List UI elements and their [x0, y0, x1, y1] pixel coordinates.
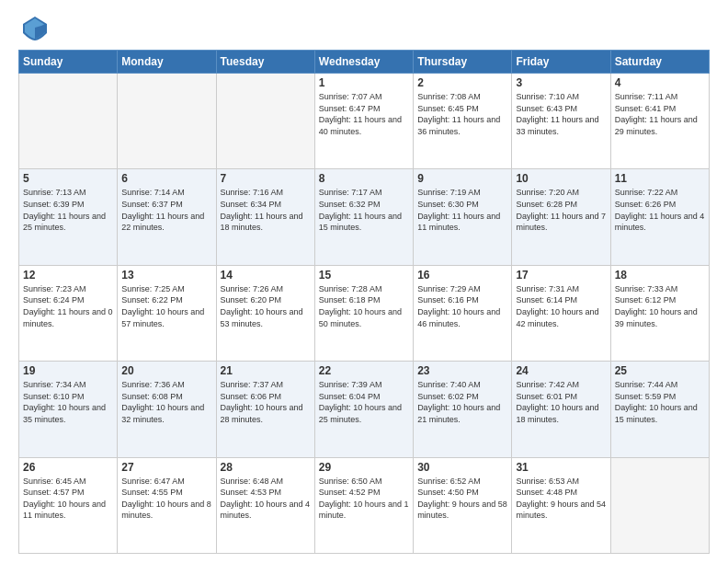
day-info: Sunrise: 7:39 AM Sunset: 6:04 PM Dayligh…	[319, 379, 409, 425]
day-number: 24	[516, 364, 606, 377]
day-number: 3	[516, 76, 606, 89]
week-row-2: 5Sunrise: 7:13 AM Sunset: 6:39 PM Daylig…	[19, 169, 710, 265]
day-info: Sunrise: 7:34 AM Sunset: 6:10 PM Dayligh…	[23, 379, 113, 425]
day-info: Sunrise: 6:53 AM Sunset: 4:48 PM Dayligh…	[516, 476, 606, 522]
header	[18, 15, 710, 42]
day-cell: 9Sunrise: 7:19 AM Sunset: 6:30 PM Daylig…	[414, 169, 512, 265]
day-number: 5	[23, 172, 113, 185]
weekday-header-row: SundayMondayTuesdayWednesdayThursdayFrid…	[19, 51, 710, 74]
day-info: Sunrise: 7:33 AM Sunset: 6:12 PM Dayligh…	[615, 283, 705, 329]
day-cell: 27Sunrise: 6:47 AM Sunset: 4:55 PM Dayli…	[118, 457, 216, 553]
day-number: 23	[417, 364, 507, 377]
day-cell: 1Sunrise: 7:07 AM Sunset: 6:47 PM Daylig…	[314, 74, 413, 169]
week-row-5: 26Sunrise: 6:45 AM Sunset: 4:57 PM Dayli…	[19, 457, 710, 553]
day-info: Sunrise: 7:08 AM Sunset: 6:45 PM Dayligh…	[417, 91, 507, 137]
page: SundayMondayTuesdayWednesdayThursdayFrid…	[0, 0, 728, 563]
day-info: Sunrise: 6:47 AM Sunset: 4:55 PM Dayligh…	[121, 476, 211, 522]
day-number: 19	[23, 364, 113, 377]
day-info: Sunrise: 7:42 AM Sunset: 6:01 PM Dayligh…	[516, 379, 606, 425]
day-number: 17	[516, 269, 606, 282]
day-number: 21	[221, 364, 311, 377]
day-cell: 8Sunrise: 7:17 AM Sunset: 6:32 PM Daylig…	[314, 169, 413, 265]
day-cell: 12Sunrise: 7:23 AM Sunset: 6:24 PM Dayli…	[19, 265, 118, 361]
day-info: Sunrise: 7:22 AM Sunset: 6:26 PM Dayligh…	[615, 187, 705, 233]
day-cell: 3Sunrise: 7:10 AM Sunset: 6:43 PM Daylig…	[512, 74, 610, 169]
calendar-table: SundayMondayTuesdayWednesdayThursdayFrid…	[18, 50, 710, 554]
day-cell: 14Sunrise: 7:26 AM Sunset: 6:20 PM Dayli…	[216, 265, 314, 361]
day-info: Sunrise: 7:23 AM Sunset: 6:24 PM Dayligh…	[23, 283, 113, 329]
day-info: Sunrise: 7:31 AM Sunset: 6:14 PM Dayligh…	[516, 283, 606, 329]
day-number: 11	[615, 172, 705, 185]
day-info: Sunrise: 7:40 AM Sunset: 6:02 PM Dayligh…	[417, 379, 507, 425]
day-info: Sunrise: 7:44 AM Sunset: 5:59 PM Dayligh…	[615, 379, 705, 425]
day-cell: 26Sunrise: 6:45 AM Sunset: 4:57 PM Dayli…	[19, 457, 118, 553]
day-info: Sunrise: 6:50 AM Sunset: 4:52 PM Dayligh…	[319, 476, 409, 522]
day-cell: 6Sunrise: 7:14 AM Sunset: 6:37 PM Daylig…	[118, 169, 216, 265]
logo-icon	[21, 15, 49, 42]
day-cell	[216, 74, 314, 169]
day-number: 10	[516, 172, 606, 185]
weekday-friday: Friday	[512, 51, 610, 74]
day-cell	[610, 457, 709, 553]
day-cell: 15Sunrise: 7:28 AM Sunset: 6:18 PM Dayli…	[314, 265, 413, 361]
week-row-4: 19Sunrise: 7:34 AM Sunset: 6:10 PM Dayli…	[19, 362, 710, 457]
logo	[18, 15, 49, 42]
day-cell: 13Sunrise: 7:25 AM Sunset: 6:22 PM Dayli…	[118, 265, 216, 361]
day-number: 15	[319, 269, 409, 282]
day-number: 26	[23, 461, 113, 474]
day-number: 29	[319, 461, 409, 474]
day-cell: 25Sunrise: 7:44 AM Sunset: 5:59 PM Dayli…	[610, 362, 709, 457]
week-row-3: 12Sunrise: 7:23 AM Sunset: 6:24 PM Dayli…	[19, 265, 710, 361]
day-info: Sunrise: 7:10 AM Sunset: 6:43 PM Dayligh…	[516, 91, 606, 137]
day-number: 1	[319, 76, 409, 89]
day-number: 30	[417, 461, 507, 474]
weekday-thursday: Thursday	[414, 51, 512, 74]
day-cell	[118, 74, 216, 169]
day-cell: 5Sunrise: 7:13 AM Sunset: 6:39 PM Daylig…	[19, 169, 118, 265]
day-info: Sunrise: 7:17 AM Sunset: 6:32 PM Dayligh…	[319, 187, 409, 233]
day-cell: 19Sunrise: 7:34 AM Sunset: 6:10 PM Dayli…	[19, 362, 118, 457]
day-cell: 20Sunrise: 7:36 AM Sunset: 6:08 PM Dayli…	[118, 362, 216, 457]
day-cell: 11Sunrise: 7:22 AM Sunset: 6:26 PM Dayli…	[610, 169, 709, 265]
day-number: 2	[417, 76, 507, 89]
weekday-monday: Monday	[118, 51, 216, 74]
weekday-saturday: Saturday	[610, 51, 709, 74]
week-row-1: 1Sunrise: 7:07 AM Sunset: 6:47 PM Daylig…	[19, 74, 710, 169]
day-number: 25	[615, 364, 705, 377]
day-cell	[19, 74, 118, 169]
day-info: Sunrise: 7:28 AM Sunset: 6:18 PM Dayligh…	[319, 283, 409, 329]
day-info: Sunrise: 7:19 AM Sunset: 6:30 PM Dayligh…	[417, 187, 507, 233]
day-cell: 4Sunrise: 7:11 AM Sunset: 6:41 PM Daylig…	[610, 74, 709, 169]
day-number: 16	[417, 269, 507, 282]
day-cell: 23Sunrise: 7:40 AM Sunset: 6:02 PM Dayli…	[414, 362, 512, 457]
day-number: 18	[615, 269, 705, 282]
day-info: Sunrise: 6:45 AM Sunset: 4:57 PM Dayligh…	[23, 476, 113, 522]
day-number: 27	[121, 461, 211, 474]
day-cell: 17Sunrise: 7:31 AM Sunset: 6:14 PM Dayli…	[512, 265, 610, 361]
day-cell: 7Sunrise: 7:16 AM Sunset: 6:34 PM Daylig…	[216, 169, 314, 265]
day-cell: 29Sunrise: 6:50 AM Sunset: 4:52 PM Dayli…	[314, 457, 413, 553]
day-number: 4	[615, 76, 705, 89]
day-cell: 28Sunrise: 6:48 AM Sunset: 4:53 PM Dayli…	[216, 457, 314, 553]
day-info: Sunrise: 7:11 AM Sunset: 6:41 PM Dayligh…	[615, 91, 705, 137]
day-info: Sunrise: 7:13 AM Sunset: 6:39 PM Dayligh…	[23, 187, 113, 233]
day-info: Sunrise: 7:29 AM Sunset: 6:16 PM Dayligh…	[417, 283, 507, 329]
day-cell: 22Sunrise: 7:39 AM Sunset: 6:04 PM Dayli…	[314, 362, 413, 457]
day-number: 28	[221, 461, 311, 474]
weekday-wednesday: Wednesday	[314, 51, 413, 74]
day-info: Sunrise: 7:14 AM Sunset: 6:37 PM Dayligh…	[121, 187, 211, 233]
day-number: 14	[221, 269, 311, 282]
day-info: Sunrise: 6:52 AM Sunset: 4:50 PM Dayligh…	[417, 476, 507, 522]
day-number: 6	[121, 172, 211, 185]
day-number: 31	[516, 461, 606, 474]
day-number: 8	[319, 172, 409, 185]
day-info: Sunrise: 7:20 AM Sunset: 6:28 PM Dayligh…	[516, 187, 606, 233]
day-info: Sunrise: 7:26 AM Sunset: 6:20 PM Dayligh…	[221, 283, 311, 329]
day-info: Sunrise: 7:37 AM Sunset: 6:06 PM Dayligh…	[221, 379, 311, 425]
day-cell: 2Sunrise: 7:08 AM Sunset: 6:45 PM Daylig…	[414, 74, 512, 169]
day-number: 13	[121, 269, 211, 282]
day-cell: 30Sunrise: 6:52 AM Sunset: 4:50 PM Dayli…	[414, 457, 512, 553]
day-cell: 18Sunrise: 7:33 AM Sunset: 6:12 PM Dayli…	[610, 265, 709, 361]
day-number: 22	[319, 364, 409, 377]
day-number: 20	[121, 364, 211, 377]
